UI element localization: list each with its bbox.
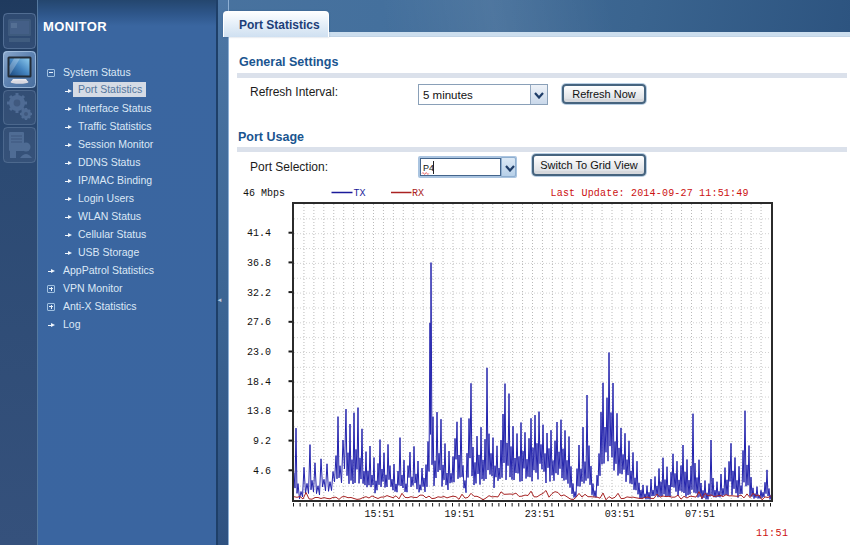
svg-text:36.8: 36.8 <box>247 258 271 269</box>
svg-text:19:51: 19:51 <box>445 509 475 520</box>
svg-text:13.8: 13.8 <box>247 406 271 417</box>
svg-text:11:51: 11:51 <box>756 528 789 539</box>
svg-text:TX: TX <box>354 188 366 199</box>
svg-text:32.2: 32.2 <box>247 288 271 299</box>
svg-text:23:51: 23:51 <box>525 509 555 520</box>
svg-text:27.6: 27.6 <box>247 317 271 328</box>
svg-text:4.6: 4.6 <box>253 466 271 477</box>
svg-text:46 Mbps: 46 Mbps <box>243 188 285 199</box>
svg-text:07:51: 07:51 <box>685 509 715 520</box>
svg-text:15:51: 15:51 <box>364 509 394 520</box>
svg-text:23.0: 23.0 <box>247 347 271 358</box>
svg-text:Last Update: 2014-09-27 11:51:: Last Update: 2014-09-27 11:51:49 <box>551 188 749 199</box>
svg-text:18.4: 18.4 <box>247 377 271 388</box>
svg-text:03:51: 03:51 <box>605 509 635 520</box>
svg-text:RX: RX <box>412 188 424 199</box>
svg-text:9.2: 9.2 <box>253 436 271 447</box>
svg-text:41.4: 41.4 <box>247 228 271 239</box>
